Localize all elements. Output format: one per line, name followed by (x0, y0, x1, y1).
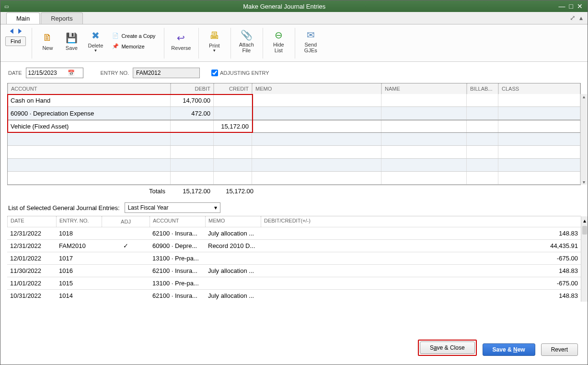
header-account[interactable]: ACCOUNT (8, 83, 171, 94)
list-header-entry[interactable]: ENTRY. NO. (56, 216, 102, 227)
header-class[interactable]: CLASS (498, 83, 580, 94)
new-button[interactable]: 🗎 New (37, 28, 58, 55)
collapse-ribbon-icon[interactable]: ▴ (579, 14, 583, 22)
totals-debit: 15,172.00 (170, 188, 213, 195)
print-button[interactable]: 🖶 Print ▼ (204, 28, 225, 55)
list-cell-account: 13100 · Pre-pa... (150, 255, 205, 262)
cell-credit[interactable] (214, 94, 252, 106)
grid-row[interactable]: Vehicle (Fixed Asset) 15,172.00 (8, 120, 580, 133)
save-close-button[interactable]: Save & Close (420, 341, 475, 354)
cell-class[interactable] (498, 107, 580, 119)
grid-row[interactable]: 60900 · Depreciation Expense 472.00 (8, 107, 580, 120)
hide-list-button[interactable]: ⊖ Hide List (268, 28, 289, 55)
cell-name[interactable] (381, 94, 467, 106)
revert-button[interactable]: Revert (541, 343, 578, 356)
list-rows: 12/31/2022101862100 · Insura...July allo… (7, 227, 581, 302)
find-button[interactable]: Find (5, 36, 26, 46)
cell-class[interactable] (498, 94, 580, 106)
cell-billable[interactable] (467, 94, 498, 106)
list-cell-memo: July allocation ... (205, 230, 261, 237)
list-cell-amount: 148.83 (261, 230, 581, 237)
list-filter-dropdown[interactable]: Last Fiscal Year ▾ (125, 202, 220, 213)
totals-credit: 15,172.00 (213, 188, 256, 195)
header-billable[interactable]: BILLAB... (467, 83, 498, 94)
cell-account[interactable]: 60900 · Depreciation Expense (8, 107, 171, 119)
list-cell-adj: ✓ (102, 242, 150, 249)
cell-credit[interactable]: 15,172.00 (214, 120, 252, 132)
maximize-button[interactable]: □ (569, 2, 573, 10)
header-name[interactable]: NAME (381, 83, 467, 94)
calendar-icon[interactable]: 📅 (68, 70, 74, 76)
adjusting-entry-checkbox[interactable] (211, 70, 218, 76)
grid-row-empty[interactable] (8, 146, 580, 159)
list-cell-date: 11/01/2022 (7, 280, 56, 287)
minimize-button[interactable]: — (559, 2, 565, 10)
list-row[interactable]: 10/31/2022101462100 · Insura...July allo… (7, 289, 581, 302)
list-cell-date: 11/30/2022 (7, 267, 56, 274)
close-button[interactable]: ✕ (577, 2, 583, 10)
grid-row-empty[interactable] (8, 159, 580, 172)
list-row[interactable]: 12/01/2022101713100 · Pre-pa...-675.00 (7, 252, 581, 264)
list-row[interactable]: 12/31/2022101862100 · Insura...July allo… (7, 227, 581, 239)
grid-scrollbar[interactable]: ▴▾ (580, 94, 587, 185)
delete-button[interactable]: ✖ Delete ▼ (85, 28, 106, 55)
cell-memo[interactable] (252, 107, 381, 119)
send-icon: ✉ (304, 29, 317, 41)
cell-debit[interactable]: 14,700.00 (171, 94, 214, 106)
adjusting-entry-checkbox-label[interactable]: ADJUSTING ENTRY (211, 70, 269, 76)
header-credit[interactable]: CREDIT (214, 83, 252, 94)
cell-credit[interactable] (214, 107, 252, 119)
cell-class[interactable] (498, 120, 580, 132)
hide-icon: ⊖ (272, 29, 285, 41)
system-menu-icon[interactable]: ▭ (2, 4, 10, 9)
print-icon: 🖶 (208, 30, 220, 42)
memorize-button[interactable]: 📌 Memorize (109, 42, 158, 51)
send-gjes-button[interactable]: ✉ Send GJEs (300, 28, 321, 55)
next-arrow-icon[interactable] (16, 28, 23, 35)
header-debit[interactable]: DEBIT (171, 83, 214, 94)
create-copy-button[interactable]: 📄 Create a Copy (109, 31, 158, 41)
date-input[interactable] (28, 70, 68, 76)
cell-billable[interactable] (467, 120, 498, 132)
list-scrollbar[interactable]: ▴ (581, 216, 588, 302)
list-header-memo[interactable]: MEMO (205, 216, 261, 227)
cell-billable[interactable] (467, 107, 498, 119)
list-row[interactable]: 12/31/2022FAM2010✓60900 · Depre...Record… (7, 239, 581, 252)
list-header-date[interactable]: DATE (7, 216, 56, 227)
save-button[interactable]: 💾 Save (61, 28, 82, 55)
save-new-button[interactable]: Save & New (483, 343, 535, 356)
tab-reports[interactable]: Reports (41, 12, 83, 24)
list-cell-entry: FAM2010 (56, 242, 102, 249)
cell-account[interactable]: Cash on Hand (8, 94, 171, 106)
tab-main[interactable]: Main (6, 12, 40, 24)
list-cell-memo: July allocation ... (205, 292, 261, 299)
fullscreen-icon[interactable]: ⤢ (570, 14, 576, 22)
list-section-header: List of Selected General Journal Entries… (0, 197, 588, 216)
cell-account[interactable]: Vehicle (Fixed Asset) (8, 120, 171, 132)
reverse-button[interactable]: ↩ Reverse (169, 28, 193, 55)
cell-memo[interactable] (252, 120, 381, 132)
list-header-adj[interactable]: ADJ (102, 216, 150, 227)
entry-no-input[interactable]: FAM2012 (133, 68, 200, 78)
attach-file-button[interactable]: 📎 Attach File (236, 28, 257, 55)
journal-entries-list: DATE ENTRY. NO. ADJ ACCOUNT MEMO DEBIT/C… (7, 216, 581, 302)
list-cell-entry: 1016 (56, 267, 102, 274)
grid-row[interactable]: Cash on Hand 14,700.00 (8, 94, 580, 107)
cell-name[interactable] (381, 120, 467, 132)
cell-name[interactable] (381, 107, 467, 119)
cell-debit[interactable] (171, 120, 214, 132)
cell-memo[interactable] (252, 94, 381, 106)
list-row[interactable]: 11/30/2022101662100 · Insura...July allo… (7, 264, 581, 277)
list-header-dc[interactable]: DEBIT/CREDIT(+/-) (261, 216, 581, 227)
list-row[interactable]: 11/01/2022101513100 · Pre-pa...-675.00 (7, 277, 581, 289)
grid-row-empty[interactable] (8, 133, 580, 146)
list-cell-amount: -675.00 (261, 280, 581, 287)
grid-row-empty[interactable] (8, 172, 580, 185)
list-cell-entry: 1014 (56, 292, 102, 299)
date-label: DATE (8, 70, 22, 76)
prev-arrow-icon[interactable] (9, 28, 15, 35)
header-memo[interactable]: MEMO (252, 83, 381, 94)
list-header-account[interactable]: ACCOUNT (150, 216, 205, 227)
date-input-wrapper[interactable]: 📅 (26, 68, 83, 78)
cell-debit[interactable]: 472.00 (171, 107, 214, 119)
